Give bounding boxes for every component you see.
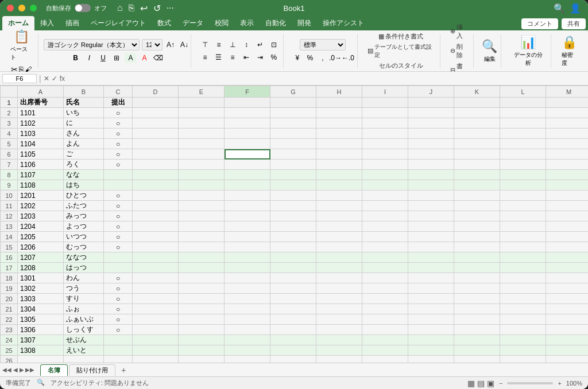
cell-F25[interactable] [225, 345, 270, 356]
cell-G19[interactable] [270, 283, 316, 294]
redo-icon[interactable]: ↺ [153, 3, 161, 14]
cell-A21[interactable]: 1304 [18, 304, 64, 314]
cell-J24[interactable] [408, 335, 454, 345]
cell-A7[interactable]: 1106 [18, 160, 64, 170]
cell-H20[interactable] [316, 294, 362, 304]
cell-G22[interactable] [270, 314, 316, 325]
cell-H26[interactable] [316, 356, 362, 363]
cell-A24[interactable]: 1307 [18, 335, 64, 345]
currency-icon[interactable]: ¥ [292, 53, 303, 63]
minimize-button[interactable] [18, 5, 25, 11]
cell-H15[interactable] [316, 242, 362, 252]
font-name-selector[interactable]: 游ゴシック Regular（本文） [44, 39, 140, 50]
cell-I16[interactable] [362, 252, 408, 263]
cell-L20[interactable] [500, 294, 546, 304]
sheet-area[interactable]: A B C D E F G H I J K L M N O [0, 85, 588, 363]
cell-B6[interactable]: ご [64, 149, 104, 160]
cell-H21[interactable] [316, 304, 362, 314]
cell-F7[interactable] [225, 160, 270, 170]
cell-L9[interactable] [500, 180, 546, 190]
cell-B3[interactable]: に [64, 118, 104, 129]
cell-F24[interactable] [225, 335, 270, 345]
cell-D23[interactable] [133, 325, 179, 335]
cell-C2[interactable]: ○ [104, 108, 133, 118]
cell-D13[interactable] [133, 221, 179, 232]
cell-L24[interactable] [500, 335, 546, 345]
cell-F14[interactable] [225, 232, 270, 242]
cell-G14[interactable] [270, 232, 316, 242]
cell-C5[interactable]: ○ [104, 139, 133, 149]
cell-G11[interactable] [270, 201, 316, 211]
cell-L2[interactable] [500, 108, 546, 118]
cell-B15[interactable]: むっつ [64, 242, 104, 252]
cell-L11[interactable] [500, 201, 546, 211]
cell-G1[interactable] [270, 98, 316, 108]
cell-D25[interactable] [133, 345, 179, 356]
cell-A5[interactable]: 1104 [18, 139, 64, 149]
cell-I4[interactable] [362, 129, 408, 139]
cell-E13[interactable] [179, 221, 225, 232]
cell-B22[interactable]: ふぁいぶ [64, 314, 104, 325]
tab-insert[interactable]: 挿入 [34, 16, 60, 30]
cell-K25[interactable] [454, 345, 500, 356]
insert-button[interactable]: ⊕ 挿入 [448, 22, 470, 41]
zoom-minus-icon[interactable]: − [499, 380, 502, 387]
tab-formula[interactable]: 数式 [152, 16, 177, 30]
cancel-formula-icon[interactable]: ✕ [44, 75, 49, 83]
cell-L7[interactable] [500, 160, 546, 170]
cell-C3[interactable]: ○ [104, 118, 133, 129]
cell-B4[interactable]: さん [64, 129, 104, 139]
cell-F16[interactable] [225, 252, 270, 263]
cell-B13[interactable]: よっつ [64, 221, 104, 232]
tab-assist[interactable]: 操作アシスト [317, 16, 370, 30]
cell-J26[interactable] [408, 356, 454, 363]
number-format-selector[interactable]: 標準 [300, 39, 346, 50]
cell-M18[interactable] [546, 273, 589, 283]
cell-K9[interactable] [454, 180, 500, 190]
cell-C17[interactable] [104, 263, 133, 273]
cell-B25[interactable]: えいと [64, 345, 104, 356]
percent-icon[interactable]: % [304, 53, 316, 63]
cell-I2[interactable] [362, 108, 408, 118]
cell-L21[interactable] [500, 304, 546, 314]
indent-more-icon[interactable]: ⇥ [254, 52, 266, 63]
col-header-m[interactable]: M [546, 86, 589, 98]
merge-cells-icon[interactable]: ⊡ [268, 40, 280, 50]
cell-J21[interactable] [408, 304, 454, 314]
cell-M20[interactable] [546, 294, 589, 304]
cell-I9[interactable] [362, 180, 408, 190]
cell-E18[interactable] [179, 273, 225, 283]
cell-K8[interactable] [454, 170, 500, 180]
cell-G26[interactable] [270, 356, 316, 363]
cell-C1[interactable]: 提出 [104, 98, 133, 108]
cell-C21[interactable]: ○ [104, 304, 133, 314]
cell-H3[interactable] [316, 118, 362, 129]
cell-G25[interactable] [270, 345, 316, 356]
font-color-button[interactable]: A [138, 53, 150, 63]
cell-H25[interactable] [316, 345, 362, 356]
cell-C4[interactable]: ○ [104, 129, 133, 139]
cell-D12[interactable] [133, 211, 179, 221]
cell-K24[interactable] [454, 335, 500, 345]
cell-E16[interactable] [179, 252, 225, 263]
align-center-icon[interactable]: ☰ [213, 52, 225, 63]
cell-A6[interactable]: 1105 [18, 149, 64, 160]
cell-M4[interactable] [546, 129, 589, 139]
cell-M7[interactable] [546, 160, 589, 170]
cell-B14[interactable]: いつつ [64, 232, 104, 242]
cell-L6[interactable] [500, 149, 546, 160]
cell-D2[interactable] [133, 108, 179, 118]
cell-E4[interactable] [179, 129, 225, 139]
cell-C12[interactable]: ○ [104, 211, 133, 221]
cell-L23[interactable] [500, 325, 546, 335]
cell-F3[interactable] [225, 118, 270, 129]
tab-draw[interactable]: 描画 [60, 16, 85, 30]
cell-K13[interactable] [454, 221, 500, 232]
cell-C23[interactable]: ○ [104, 325, 133, 335]
cell-E8[interactable] [179, 170, 225, 180]
conditional-format-button[interactable]: ▦ 条件付き書式 [377, 32, 425, 41]
cell-D20[interactable] [133, 294, 179, 304]
cell-J13[interactable] [408, 221, 454, 232]
cell-B8[interactable]: なな [64, 170, 104, 180]
cell-A15[interactable]: 1206 [18, 242, 64, 252]
